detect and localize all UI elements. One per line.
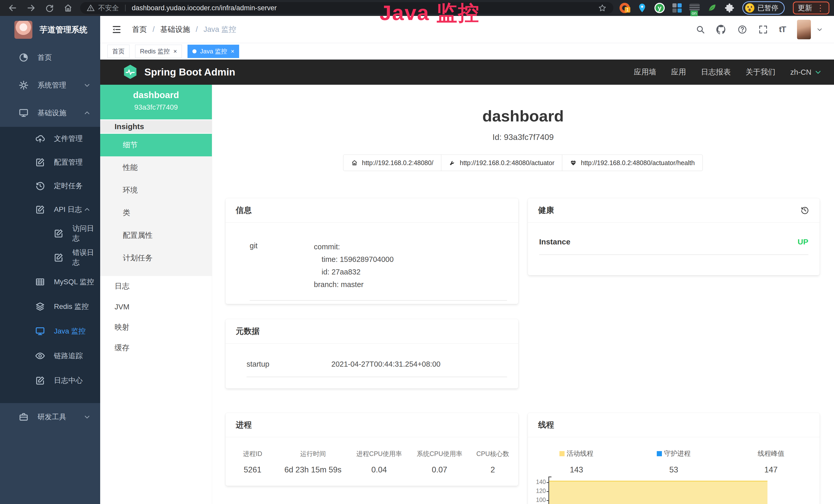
sba-brand-title[interactable]: Spring Boot Admin <box>144 67 235 78</box>
sidebar-item-infra[interactable]: 基础设施 <box>0 99 100 127</box>
chevron-down-icon <box>84 414 90 420</box>
insights-menu-group: 细节 性能 环境 类 配置属性 计划任务 <box>100 134 212 276</box>
sba-menu-caches[interactable]: 缓存 <box>100 338 212 358</box>
sba-menu-scheduled-tasks[interactable]: 计划任务 <box>100 247 212 269</box>
sba-root-menu: 日志 JVM 映射 缓存 <box>100 276 212 358</box>
brand-row: 芋道管理系统 <box>0 16 100 44</box>
clock-history-icon <box>35 181 45 191</box>
breadcrumb-home[interactable]: 首页 <box>132 24 147 35</box>
address-bar[interactable]: 不安全 dashboard.yudao.iocoder.cn/infra/adm… <box>80 2 613 14</box>
fullscreen-icon[interactable] <box>759 25 768 34</box>
actuator-url-button[interactable]: http://192.168.0.2:48080/actuator <box>441 155 562 171</box>
sidebar-item-java-monitor[interactable]: Java 监控 <box>0 319 100 344</box>
github-icon[interactable] <box>716 25 726 35</box>
collapse-sidebar-icon[interactable] <box>111 24 122 35</box>
url-text[interactable]: dashboard.yudao.iocoder.cn/infra/admin-s… <box>132 4 277 12</box>
sba-menu-metrics[interactable]: 性能 <box>100 156 212 179</box>
history-icon[interactable] <box>800 206 809 215</box>
browser-home-button[interactable] <box>60 2 76 15</box>
dashboard-icon <box>19 52 29 63</box>
extensions-puzzle-icon[interactable] <box>724 3 734 13</box>
switch-extension-icon[interactable]: on <box>689 3 700 13</box>
git-value: commit: time: 1596289704000 id: 27aa832 … <box>314 240 394 291</box>
monitor-icon <box>35 326 45 336</box>
browser-forward-button[interactable] <box>23 2 39 15</box>
live-threads-area-series <box>549 481 767 504</box>
sba-menu-logs[interactable]: 日志 <box>100 276 212 297</box>
sidebar-item-home[interactable]: 首页 <box>0 44 100 71</box>
sidebar-item-file-management[interactable]: 文件管理 <box>0 127 100 151</box>
profile-paused-badge[interactable]: 已暂停 <box>742 1 785 15</box>
edit-icon <box>35 204 45 215</box>
breadcrumb: 首页 / 基础设施 / Java 监控 <box>132 24 236 35</box>
pin-extension-icon[interactable] <box>637 3 647 13</box>
browser-reload-button[interactable] <box>42 2 58 15</box>
breadcrumb-infra[interactable]: 基础设施 <box>160 24 190 35</box>
breadcrumb-current: Java 监控 <box>203 24 236 35</box>
edit-icon <box>53 252 64 263</box>
info-card-title: 信息 <box>225 198 518 223</box>
tag-java-monitor[interactable]: Java 监控 × <box>188 45 239 58</box>
bookmark-star-icon[interactable] <box>598 4 607 12</box>
help-icon[interactable] <box>738 25 747 35</box>
y-extension-icon[interactable]: y <box>655 3 665 13</box>
user-avatar[interactable] <box>797 20 811 39</box>
tag-home[interactable]: 首页 <box>107 45 129 58</box>
sba-nav-wallboard[interactable]: 应用墙 <box>634 67 656 77</box>
close-icon[interactable]: × <box>231 48 234 54</box>
sidebar-item-access-logs[interactable]: 访问日志 <box>0 221 100 246</box>
live-threads-legend-swatch <box>559 451 565 456</box>
security-warning-icon[interactable] <box>87 4 94 12</box>
tag-redis-monitor[interactable]: Redis 监控 × <box>135 45 182 58</box>
font-size-icon[interactable]: tT <box>779 25 786 34</box>
sidebar-item-log-center[interactable]: 日志中心 <box>0 368 100 393</box>
sba-menu-jvm[interactable]: JVM <box>100 297 212 317</box>
sba-nav-about[interactable]: 关于我们 <box>746 67 775 77</box>
leaf-extension-icon[interactable] <box>707 3 717 13</box>
process-card: 进程 进程ID 运行时间 进程CPU使用率 系统CPU使用率 CPU核心数 52… <box>225 413 518 486</box>
sidebar-item-devtools[interactable]: 研发工具 <box>0 403 100 431</box>
sidebar-item-mysql-monitor[interactable]: MySQL 监控 <box>0 270 100 294</box>
browser-back-button[interactable] <box>5 2 21 15</box>
metadata-key: startup <box>247 360 331 368</box>
metadata-startup-row: startup 2021-04-27T00:44:31.254+08:00 <box>247 360 507 377</box>
search-icon[interactable] <box>696 25 705 34</box>
sba-locale-select[interactable]: zh-CN <box>790 68 822 76</box>
security-label[interactable]: 不安全 <box>98 3 119 13</box>
service-url-button[interactable]: http://192.168.0.2:48080/ <box>343 155 441 171</box>
sba-menu-environment[interactable]: 环境 <box>100 179 212 202</box>
user-menu-caret-icon[interactable] <box>816 26 823 32</box>
chevron-down-icon <box>814 69 822 76</box>
menu-group-insights: Insights <box>100 119 212 134</box>
sidebar-item-scheduled-jobs[interactable]: 定时任务 <box>0 174 100 198</box>
gear-icon <box>19 80 29 90</box>
briefcase-icon <box>19 412 29 422</box>
sidebar-item-redis-monitor[interactable]: Redis 监控 <box>0 294 100 319</box>
sba-menu-config-props[interactable]: 配置属性 <box>100 224 212 247</box>
instance-links: http://192.168.0.2:48080/ http://192.168… <box>212 155 834 171</box>
sba-menu-details[interactable]: 细节 <box>100 134 212 156</box>
close-icon[interactable]: × <box>173 48 177 54</box>
adblock-extension-icon[interactable]: 1 <box>619 3 630 13</box>
sidebar-item-api-logs[interactable]: API 日志 <box>0 198 100 221</box>
browser-menu-icon[interactable]: ⋮ <box>816 4 825 12</box>
active-tag-dot <box>192 49 197 53</box>
health-instance-row: Instance UP <box>539 237 808 255</box>
health-instance-label: Instance <box>539 237 570 246</box>
sidebar-item-error-logs[interactable]: 错误日志 <box>0 246 100 270</box>
sidebar-item-tracing[interactable]: 链路追踪 <box>0 344 100 368</box>
browser-update-button[interactable]: 更新 ⋮ <box>793 2 829 15</box>
process-table-row: 5261 6d 23h 15m 59s 0.04 0.07 2 <box>225 465 518 475</box>
sba-menu-mappings[interactable]: 映射 <box>100 317 212 338</box>
sba-nav-applications[interactable]: 应用 <box>671 67 686 77</box>
metadata-card-title: 元数据 <box>225 319 518 344</box>
grid-extension-icon[interactable] <box>672 3 682 13</box>
instance-id: 93a3fc7f7409 <box>100 103 212 111</box>
instance-header[interactable]: dashboard 93a3fc7f7409 <box>100 85 212 119</box>
health-url-button[interactable]: http://192.168.0.2:48080/actuator/health <box>562 155 702 171</box>
sidebar-item-config-management[interactable]: 配置管理 <box>0 151 100 174</box>
threads-legend: 活动线程 守护进程 线程峰值 <box>528 449 820 458</box>
sidebar-item-system[interactable]: 系统管理 <box>0 71 100 99</box>
sba-menu-classes[interactable]: 类 <box>100 202 212 224</box>
sba-nav-journal[interactable]: 日志报表 <box>701 67 731 77</box>
